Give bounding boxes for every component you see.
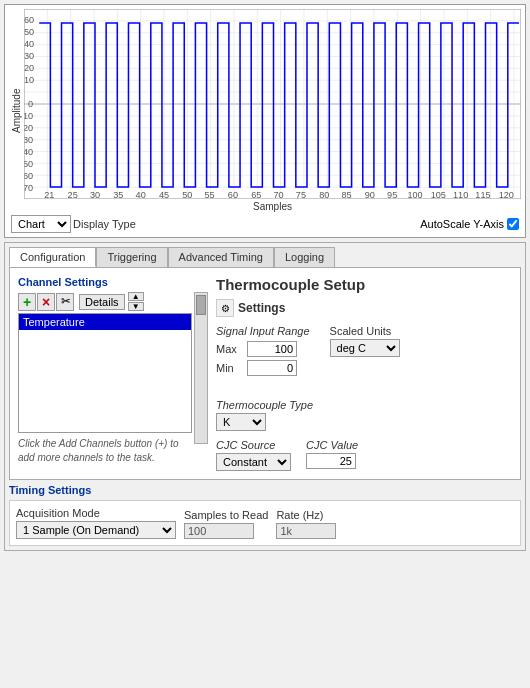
autoscale-checkbox[interactable] — [507, 218, 519, 230]
svg-text:100: 100 — [407, 190, 422, 199]
scrollbar-thumb — [196, 295, 206, 315]
min-label: Min — [216, 362, 241, 374]
cjc-value-input[interactable] — [306, 453, 356, 469]
channel-list: Temperature — [18, 313, 192, 433]
cjc-value-label: CJC Value — [306, 439, 358, 451]
svg-text:60: 60 — [228, 190, 238, 199]
min-input[interactable] — [247, 360, 297, 376]
channel-item-temperature[interactable]: Temperature — [19, 314, 191, 330]
svg-text:-20: -20 — [24, 123, 33, 133]
acquisition-mode-field: Acquisition Mode 1 Sample (On Demand) N … — [16, 507, 176, 539]
svg-text:20: 20 — [24, 63, 34, 73]
svg-text:-70: -70 — [24, 183, 33, 193]
svg-text:30: 30 — [24, 51, 34, 61]
tabs: Configuration Triggering Advanced Timing… — [9, 247, 521, 267]
thermocouple-type-section: Thermocouple Type B E J K N R S T — [216, 399, 512, 431]
settings-label: Settings — [238, 301, 285, 315]
channel-up-button[interactable]: ▲ — [128, 292, 144, 301]
scaled-units-section: Scaled Units deg C deg F deg K deg R — [330, 325, 400, 357]
remove-channel-button[interactable]: × — [37, 293, 55, 311]
svg-text:0: 0 — [28, 99, 33, 109]
svg-text:90: 90 — [365, 190, 375, 199]
svg-text:50: 50 — [182, 190, 192, 199]
svg-text:60: 60 — [24, 15, 34, 25]
cjc-row: CJC Source Constant Internal Channel CJC… — [216, 439, 512, 471]
svg-text:40: 40 — [136, 190, 146, 199]
cjc-source-label: CJC Source — [216, 439, 291, 451]
tab-triggering[interactable]: Triggering — [96, 247, 167, 267]
thermocouple-setup-title: Thermocouple Setup — [216, 276, 512, 293]
svg-text:55: 55 — [205, 190, 215, 199]
channel-down-button[interactable]: ▼ — [128, 302, 144, 311]
svg-text:35: 35 — [113, 190, 123, 199]
acquisition-mode-select[interactable]: 1 Sample (On Demand) N Samples Continuou… — [16, 521, 176, 539]
chart-controls-left: Chart Sweep Display Type — [11, 215, 136, 233]
bottom-panel: Configuration Triggering Advanced Timing… — [4, 242, 526, 551]
chart-controls: Chart Sweep Display Type AutoScale Y-Axi… — [9, 215, 521, 233]
rate-field: Rate (Hz) — [276, 509, 336, 539]
left-panel: Channel Settings + × ✂ Details ▲ ▼ Te — [18, 276, 208, 471]
chart-inner: 60 50 40 30 20 10 0 -10 -20 -30 -40 -50 … — [24, 9, 521, 212]
svg-text:25: 25 — [68, 190, 78, 199]
chart-controls-right: AutoScale Y-Axis — [420, 218, 519, 230]
svg-text:120: 120 — [499, 190, 514, 199]
svg-text:80: 80 — [319, 190, 329, 199]
svg-text:-10: -10 — [24, 111, 33, 121]
timing-section: Acquisition Mode 1 Sample (On Demand) N … — [9, 500, 521, 546]
add-channel-button[interactable]: + — [18, 293, 36, 311]
samples-to-read-input[interactable] — [184, 523, 254, 539]
svg-text:40: 40 — [24, 39, 34, 49]
chart-bottom: Samples — [24, 199, 521, 212]
tab-advanced-timing[interactable]: Advanced Timing — [168, 247, 274, 267]
scaled-units-select[interactable]: deg C deg F deg K deg R — [330, 339, 400, 357]
channel-settings-header: Channel Settings — [18, 276, 208, 288]
svg-text:85: 85 — [341, 190, 351, 199]
tab-logging[interactable]: Logging — [274, 247, 335, 267]
svg-text:95: 95 — [387, 190, 397, 199]
svg-text:65: 65 — [251, 190, 261, 199]
max-input[interactable] — [247, 341, 297, 357]
cjc-value-section: CJC Value — [306, 439, 358, 469]
svg-text:10: 10 — [24, 75, 34, 85]
settings-section: ⚙ Settings — [216, 299, 512, 317]
display-type-select[interactable]: Chart Sweep — [11, 215, 71, 233]
scaled-units-label: Scaled Units — [330, 325, 400, 337]
samples-to-read-label: Samples to Read — [184, 509, 268, 521]
tab-content: Channel Settings + × ✂ Details ▲ ▼ Te — [9, 267, 521, 480]
min-row: Min — [216, 360, 310, 376]
channel-list-scrollbar[interactable] — [194, 292, 208, 444]
copy-channel-button[interactable]: ✂ — [56, 293, 74, 311]
max-label: Max — [216, 343, 241, 355]
cjc-source-select[interactable]: Constant Internal Channel — [216, 453, 291, 471]
max-row: Max — [216, 341, 310, 357]
timing-settings-area: Timing Settings Acquisition Mode 1 Sampl… — [9, 484, 521, 546]
thermocouple-type-select[interactable]: B E J K N R S T — [216, 413, 266, 431]
details-button[interactable]: Details — [79, 294, 125, 310]
svg-text:115: 115 — [475, 190, 490, 199]
x-axis-label: Samples — [253, 201, 292, 212]
samples-to-read-field: Samples to Read — [184, 509, 268, 539]
chart-container: Amplitude — [4, 4, 526, 238]
timing-settings-header: Timing Settings — [9, 484, 521, 496]
svg-text:105: 105 — [431, 190, 446, 199]
svg-text:-30: -30 — [24, 135, 33, 145]
svg-text:70: 70 — [274, 190, 284, 199]
svg-text:75: 75 — [296, 190, 306, 199]
channel-hint: Click the Add Channels button (+) to add… — [18, 437, 192, 465]
svg-text:110: 110 — [453, 190, 468, 199]
display-type-label: Display Type — [73, 218, 136, 230]
rate-input[interactable] — [276, 523, 336, 539]
acquisition-mode-label: Acquisition Mode — [16, 507, 176, 519]
chart-svg: 60 50 40 30 20 10 0 -10 -20 -30 -40 -50 … — [24, 9, 521, 199]
signal-input-range: Signal Input Range Max Min — [216, 325, 310, 379]
svg-text:-60: -60 — [24, 171, 33, 181]
svg-text:50: 50 — [24, 27, 34, 37]
svg-text:30: 30 — [90, 190, 100, 199]
tab-configuration[interactable]: Configuration — [9, 247, 96, 267]
signal-input-label: Signal Input Range — [216, 325, 310, 337]
svg-text:21: 21 — [44, 190, 54, 199]
right-panel: Thermocouple Setup ⚙ Settings Signal Inp… — [216, 276, 512, 471]
svg-text:-40: -40 — [24, 147, 33, 157]
thermocouple-type-label: Thermocouple Type — [216, 399, 512, 411]
cjc-source-section: CJC Source Constant Internal Channel — [216, 439, 291, 471]
